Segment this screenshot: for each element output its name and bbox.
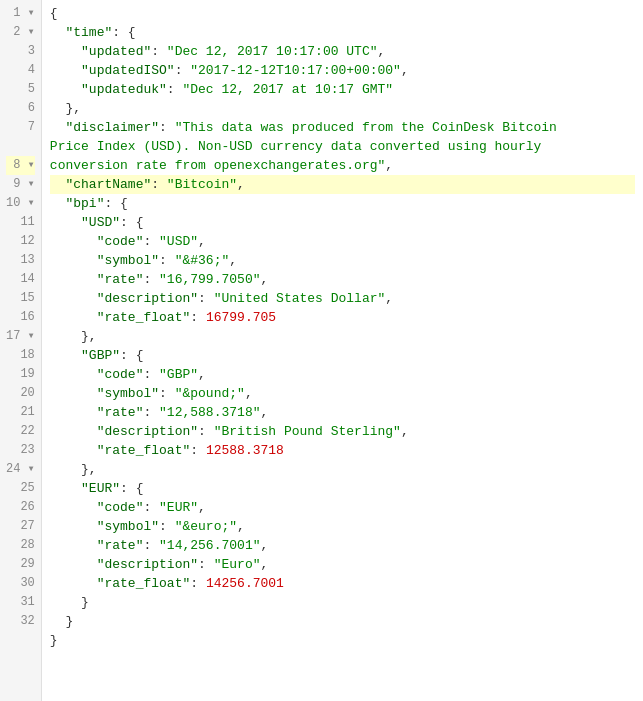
token-key: "description" xyxy=(50,424,198,439)
code-line-20: "rate": "12,588.3718", xyxy=(50,403,635,422)
code-line-25: "code": "EUR", xyxy=(50,498,635,517)
line-num-26: 26 xyxy=(6,498,35,517)
line-num-18: 18 xyxy=(6,346,35,365)
token-punct: }, xyxy=(50,462,97,477)
token-key: "code" xyxy=(50,500,144,515)
token-comma: , xyxy=(260,538,268,553)
code-line-27: "rate": "14,256.7001", xyxy=(50,536,635,555)
code-line-7b: Price Index (USD). Non-USD currency data… xyxy=(50,137,635,156)
token-punct: : xyxy=(151,177,167,192)
token-string: "Euro" xyxy=(214,557,261,572)
line-num-12: 12 xyxy=(6,232,35,251)
line-num-6: 6 xyxy=(6,99,35,118)
line-num-25: 25 xyxy=(6,479,35,498)
line-num-13: 13 xyxy=(6,251,35,270)
token-key: "USD" xyxy=(50,215,120,230)
token-key: "updatedISO" xyxy=(50,63,175,78)
token-punct: : { xyxy=(104,196,127,211)
token-punct: : xyxy=(159,120,175,135)
code-line-24: "EUR": { xyxy=(50,479,635,498)
code-line-4: "updatedISO": "2017-12-12T10:17:00+00:00… xyxy=(50,61,635,80)
token-string-cont2: conversion rate from openexchangerates.o… xyxy=(50,158,385,173)
token-string: "This data was produced from the CoinDes… xyxy=(175,120,557,135)
token-punct: : xyxy=(143,234,159,249)
token-key: "description" xyxy=(50,291,198,306)
code-line-16: }, xyxy=(50,327,635,346)
token-punct: : xyxy=(143,538,159,553)
token-punct: : { xyxy=(120,348,143,363)
line-num-29: 29 xyxy=(6,555,35,574)
token-brace: { xyxy=(50,6,58,21)
line-num-32: 32 xyxy=(6,612,35,631)
token-string: "2017-12-12T10:17:00+00:00" xyxy=(190,63,401,78)
token-string: "Dec 12, 2017 10:17:00 UTC" xyxy=(167,44,378,59)
token-key: "rate" xyxy=(50,272,144,287)
token-punct: : { xyxy=(112,25,135,40)
token-string: "GBP" xyxy=(159,367,198,382)
token-punct: } xyxy=(50,595,89,610)
token-punct: : xyxy=(175,63,191,78)
line-num-21: 21 xyxy=(6,403,35,422)
token-punct: : { xyxy=(120,481,143,496)
code-line-17: "GBP": { xyxy=(50,346,635,365)
token-key: "time" xyxy=(50,25,112,40)
code-line-21: "description": "British Pound Sterling", xyxy=(50,422,635,441)
line-num-7: 7 xyxy=(6,118,35,137)
line-num-7b xyxy=(6,137,35,156)
token-comma: , xyxy=(245,386,253,401)
code-line-29: "rate_float": 14256.7001 xyxy=(50,574,635,593)
token-key: "chartName" xyxy=(50,177,151,192)
code-line-3: "updated": "Dec 12, 2017 10:17:00 UTC", xyxy=(50,42,635,61)
line-num-15: 15 xyxy=(6,289,35,308)
token-comma: , xyxy=(378,44,386,59)
token-punct: : xyxy=(190,310,206,325)
token-key: "code" xyxy=(50,234,144,249)
token-key: "updateduk" xyxy=(50,82,167,97)
code-line-18: "code": "GBP", xyxy=(50,365,635,384)
token-punct: : xyxy=(159,519,175,534)
token-comma: , xyxy=(385,158,393,173)
token-key: "bpi" xyxy=(50,196,105,211)
token-key: "description" xyxy=(50,557,198,572)
token-comma: , xyxy=(237,519,245,534)
token-punct: : xyxy=(198,557,214,572)
token-string-cont: Price Index (USD). Non-USD currency data… xyxy=(50,139,541,154)
line-num-16: 16 xyxy=(6,308,35,327)
line-num-9: 9 ▾ xyxy=(6,175,35,194)
token-comma: , xyxy=(198,234,206,249)
token-string: "USD" xyxy=(159,234,198,249)
line-num-20: 20 xyxy=(6,384,35,403)
code-line-31: } xyxy=(50,612,635,631)
token-string: "12,588.3718" xyxy=(159,405,260,420)
token-punct: }, xyxy=(50,329,97,344)
token-punct: : xyxy=(143,272,159,287)
token-comma: , xyxy=(385,291,393,306)
token-string: "&euro;" xyxy=(175,519,237,534)
token-comma: , xyxy=(237,177,245,192)
token-number: 16799.705 xyxy=(206,310,276,325)
line-num-10: 10 ▾ xyxy=(6,194,35,213)
token-string: "Bitcoin" xyxy=(167,177,237,192)
token-key: "disclaimer" xyxy=(50,120,159,135)
token-punct: : xyxy=(190,443,206,458)
token-punct: : xyxy=(159,253,175,268)
code-body: { "time": { "updated": "Dec 12, 2017 10:… xyxy=(42,0,643,701)
line-num-3: 3 xyxy=(6,42,35,61)
code-line-12: "symbol": "&#36;", xyxy=(50,251,635,270)
token-comma: , xyxy=(260,405,268,420)
token-punct: : xyxy=(190,576,206,591)
code-line-13: "rate": "16,799.7050", xyxy=(50,270,635,289)
code-editor: 1 ▾ 2 ▾ 3 4 5 6 7 8 ▾ 9 ▾ 10 ▾ 11 12 13 … xyxy=(0,0,643,701)
token-punct: : xyxy=(143,405,159,420)
code-line-6: }, xyxy=(50,99,635,118)
token-string: "United States Dollar" xyxy=(214,291,386,306)
token-string: "&pound;" xyxy=(175,386,245,401)
code-line-23: }, xyxy=(50,460,635,479)
token-comma: , xyxy=(229,253,237,268)
code-line-30: } xyxy=(50,593,635,612)
line-num-24: 24 ▾ xyxy=(6,460,35,479)
token-key: "rate_float" xyxy=(50,576,190,591)
token-comma: , xyxy=(198,367,206,382)
code-line-11: "code": "USD", xyxy=(50,232,635,251)
token-punct: : xyxy=(198,424,214,439)
